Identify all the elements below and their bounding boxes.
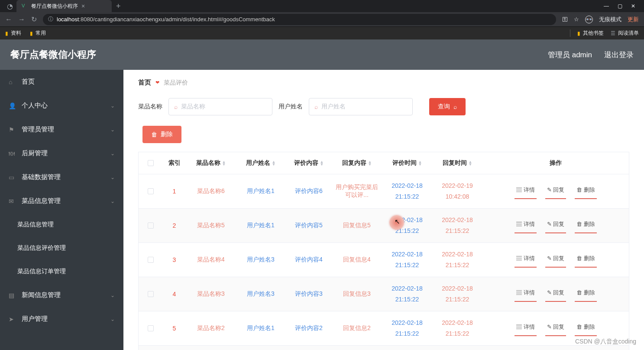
delete-button[interactable]: 🗑 删除: [575, 218, 597, 233]
row-checkbox[interactable]: [148, 325, 154, 331]
breadcrumb-home[interactable]: 首页: [138, 79, 151, 87]
cell-user[interactable]: 用户姓名1: [236, 311, 286, 345]
forward-icon[interactable]: →: [18, 16, 25, 23]
query-button[interactable]: 查询⌕: [429, 98, 466, 115]
filter-user-input[interactable]: ⌕用户姓名: [309, 98, 413, 115]
browser-tab[interactable]: V 餐厅点餐微信小程序 ×: [16, 0, 112, 12]
row-checkbox[interactable]: [148, 188, 154, 194]
cell-user[interactable]: 用户姓名3: [236, 243, 286, 277]
update-button[interactable]: 更新: [628, 16, 639, 23]
select-all-checkbox[interactable]: [148, 160, 154, 166]
reload-icon[interactable]: ↻: [31, 15, 37, 23]
cell-review[interactable]: [286, 346, 332, 350]
row-checkbox[interactable]: [148, 257, 154, 263]
cell-name[interactable]: 菜品名称5: [186, 209, 236, 242]
window-minimize-icon[interactable]: —: [604, 3, 609, 9]
window-maximize-icon[interactable]: ▢: [618, 3, 622, 9]
th-user: 用户姓名▲▼: [236, 152, 286, 174]
menu-icon: ⌂: [9, 79, 16, 85]
detail-button[interactable]: ▤ 详情: [515, 252, 537, 268]
row-checkbox[interactable]: [148, 291, 154, 297]
sidebar-item[interactable]: 👤个人中心⌄: [0, 94, 123, 118]
sidebar-subitem[interactable]: 菜品信息管理: [0, 213, 123, 236]
key-icon[interactable]: ⚿: [562, 16, 568, 23]
sort-icon[interactable]: ▲▼: [368, 160, 372, 166]
reply-button[interactable]: ✎ 回复: [545, 218, 566, 233]
cell-review[interactable]: 评价内容5: [286, 209, 332, 242]
comments-table: 索引 菜品名称▲▼ 用户姓名▲▼ 评价内容▲▼ 回复内容▲▼ 评价时间▲▼ 回复…: [138, 152, 629, 350]
close-icon[interactable]: ×: [81, 3, 85, 10]
star-icon[interactable]: ☆: [574, 16, 579, 23]
search-icon: ⌕: [453, 103, 457, 110]
cell-user[interactable]: 用户姓名3: [236, 277, 286, 311]
cell-reply[interactable]: 回复信息4: [332, 243, 382, 277]
logout-link[interactable]: 退出登录: [604, 50, 634, 60]
bookmark-overflow[interactable]: ▮其他书签: [577, 29, 604, 37]
cell-review[interactable]: 评价内容2: [286, 311, 332, 345]
detail-button[interactable]: ▤ 详情: [515, 218, 537, 233]
browser-menu-icon[interactable]: ◔: [3, 2, 16, 10]
cell-name[interactable]: 菜品名称4: [186, 243, 236, 277]
filter-name-input[interactable]: ⌕菜品名称: [168, 98, 272, 115]
detail-button[interactable]: ▤ 详情: [515, 183, 537, 199]
sidebar-item[interactable]: ▭基础数据管理⌄: [0, 165, 123, 189]
bookmark-folder[interactable]: ▮常用: [30, 29, 46, 37]
cell-name[interactable]: 菜品名称3: [186, 277, 236, 311]
sidebar-subitem[interactable]: 菜品信息评价管理: [0, 236, 123, 260]
reading-list-button[interactable]: ☰阅读清单: [611, 29, 639, 37]
cell-reply-time: 2022-02-1910:42:08: [432, 174, 482, 208]
sort-icon[interactable]: ▲▼: [320, 160, 324, 166]
reply-button[interactable]: ✎ 回复: [545, 252, 566, 268]
sort-icon[interactable]: ▲▼: [418, 160, 422, 166]
sidebar-subitem[interactable]: 菜品信息订单管理: [0, 260, 123, 283]
reply-button[interactable]: ✎ 回复: [545, 183, 566, 199]
window-close-icon[interactable]: ✕: [631, 3, 635, 9]
cell-index: 5: [162, 311, 186, 345]
cell-name[interactable]: 菜品名称6: [186, 174, 236, 208]
sidebar-item[interactable]: ▤新闻信息管理⌄: [0, 283, 123, 307]
delete-button[interactable]: 🗑 删除: [575, 252, 597, 268]
sidebar-item[interactable]: 🍽后厨管理⌄: [0, 141, 123, 165]
sort-icon[interactable]: ▲▼: [272, 160, 276, 166]
cell-name[interactable]: [186, 346, 236, 350]
cell-user[interactable]: 用户姓名1: [236, 209, 286, 242]
cell-reply[interactable]: 用户购买完菜后可以评...: [332, 174, 382, 208]
bulk-delete-button[interactable]: 🗑删除: [142, 126, 181, 143]
reply-button[interactable]: ✎ 回复: [545, 321, 566, 336]
cell-reply[interactable]: 回复信息3: [332, 277, 382, 311]
sidebar-item-label: 基础数据管理: [22, 173, 61, 181]
detail-button[interactable]: ▤ 详情: [515, 321, 537, 336]
app-header: 餐厅点餐微信小程序 管理员 admin 退出登录: [0, 39, 644, 70]
cell-user[interactable]: [236, 346, 286, 350]
sidebar-item[interactable]: ✉菜品信息管理⌄: [0, 189, 123, 213]
current-user[interactable]: 管理员 admin: [548, 50, 592, 60]
watermark: CSDN @八音盒coding: [575, 338, 636, 346]
sidebar-item[interactable]: ➤用户管理⌄: [0, 307, 123, 331]
delete-button[interactable]: 🗑 删除: [575, 183, 597, 199]
cell-reply[interactable]: [332, 346, 382, 350]
cell-index: 1: [162, 174, 186, 208]
back-icon[interactable]: ←: [5, 16, 12, 23]
delete-button[interactable]: 🗑 删除: [575, 321, 597, 336]
url-input[interactable]: ⓘ localhost:8080/cantingdiancanxiaocheng…: [43, 14, 556, 25]
cell-index: 2: [162, 209, 186, 242]
cell-review[interactable]: 评价内容6: [286, 174, 332, 208]
sort-icon[interactable]: ▲▼: [469, 160, 472, 166]
new-tab-button[interactable]: +: [112, 2, 125, 11]
detail-button[interactable]: ▤ 详情: [515, 286, 537, 302]
filter-bar: 菜品名称 ⌕菜品名称 用户姓名 ⌕用户姓名 查询⌕: [123, 90, 644, 115]
cell-name[interactable]: 菜品名称2: [186, 311, 236, 345]
cell-reply[interactable]: 回复信息2: [332, 311, 382, 345]
delete-button[interactable]: 🗑 删除: [575, 286, 597, 302]
cell-reply[interactable]: 回复信息5: [332, 209, 382, 242]
sidebar-item[interactable]: ⚑管理员管理⌄: [0, 118, 123, 141]
cell-review[interactable]: 评价内容3: [286, 277, 332, 311]
reply-button[interactable]: ✎ 回复: [545, 286, 566, 302]
bookmark-folder[interactable]: ▮资料: [5, 29, 21, 37]
sidebar-item[interactable]: ⌂首页: [0, 70, 123, 94]
row-checkbox[interactable]: [148, 222, 154, 229]
table-row: 1 菜品名称6 用户姓名1 评价内容6 用户购买完菜后可以评... 2022-0…: [139, 174, 629, 209]
sort-icon[interactable]: ▲▼: [222, 160, 226, 166]
cell-review[interactable]: 评价内容4: [286, 243, 332, 277]
cell-user[interactable]: 用户姓名1: [236, 174, 286, 208]
